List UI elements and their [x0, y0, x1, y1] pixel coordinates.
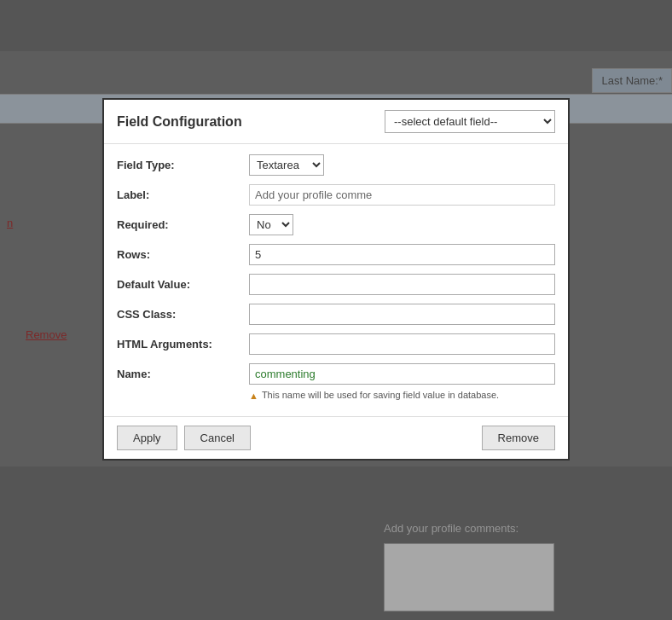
- default-value-label: Default Value:: [117, 278, 249, 291]
- name-row: Name:: [117, 363, 555, 385]
- modal-title: Field Configuration: [117, 114, 242, 130]
- required-label: Required:: [117, 218, 249, 231]
- label-input[interactable]: [249, 184, 555, 206]
- modal-footer: Apply Cancel Remove: [104, 416, 568, 459]
- name-input[interactable]: [249, 363, 555, 385]
- required-select[interactable]: No Yes: [249, 214, 293, 235]
- name-hint-text: This name will be used for saving field …: [262, 390, 499, 400]
- field-type-label: Field Type:: [117, 159, 249, 171]
- name-hint-block: ▲ This name will be used for saving fiel…: [249, 390, 555, 401]
- name-label: Name:: [117, 368, 249, 380]
- warning-icon: ▲: [249, 391, 258, 401]
- field-type-select[interactable]: Textarea Text Select Checkbox Radio: [249, 154, 324, 176]
- default-field-select[interactable]: --select default field--: [385, 110, 555, 133]
- default-value-input[interactable]: [249, 274, 555, 295]
- html-arguments-input[interactable]: [249, 333, 555, 355]
- rows-label: Rows:: [117, 248, 249, 261]
- default-value-row: Default Value:: [117, 274, 555, 295]
- label-row: Label:: [117, 184, 555, 206]
- modal-header: Field Configuration --select default fie…: [104, 100, 568, 144]
- rows-input[interactable]: [249, 244, 555, 265]
- css-class-input[interactable]: [249, 304, 555, 325]
- cancel-button[interactable]: Cancel: [184, 426, 251, 450]
- rows-row: Rows:: [117, 244, 555, 265]
- remove-button[interactable]: Remove: [482, 426, 555, 450]
- label-label: Label:: [117, 188, 249, 201]
- required-row: Required: No Yes: [117, 214, 555, 235]
- field-configuration-dialog: Field Configuration --select default fie…: [102, 98, 570, 461]
- field-type-row: Field Type: Textarea Text Select Checkbo…: [117, 154, 555, 176]
- modal-body: Field Type: Textarea Text Select Checkbo…: [104, 144, 568, 416]
- footer-left-buttons: Apply Cancel: [117, 426, 251, 450]
- apply-button[interactable]: Apply: [117, 426, 177, 450]
- html-arguments-label: HTML Arguments:: [117, 338, 249, 351]
- css-class-row: CSS Class:: [117, 304, 555, 325]
- html-arguments-row: HTML Arguments:: [117, 333, 555, 355]
- css-class-label: CSS Class:: [117, 308, 249, 321]
